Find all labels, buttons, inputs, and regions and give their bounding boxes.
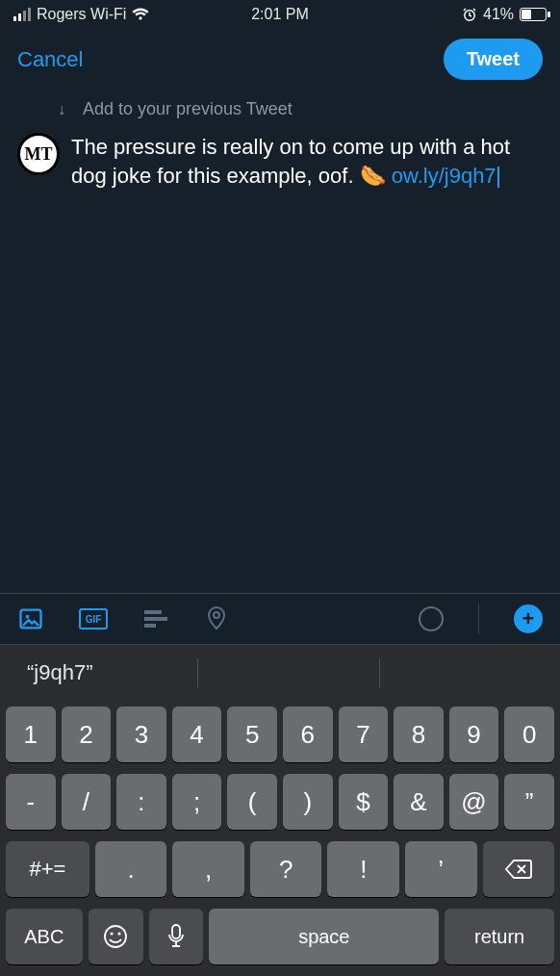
key-apostrophe[interactable]: ’ [405, 841, 477, 897]
key-period[interactable]: . [95, 841, 167, 897]
keyboard: “j9qh7” 1 2 3 4 5 6 7 8 9 0 - / : ; ( ) … [0, 645, 560, 976]
key-row-3: #+= . , ? ! ’ [0, 835, 560, 903]
key-exclaim[interactable]: ! [327, 841, 399, 897]
arrow-down-icon: ↓ [58, 101, 71, 118]
signal-icon [13, 8, 31, 21]
key-abc[interactable]: ABC [6, 909, 83, 964]
wifi-icon [132, 8, 149, 21]
key-at[interactable]: @ [449, 774, 499, 830]
suggestion-1[interactable]: “j9qh7” [0, 660, 197, 685]
key-7[interactable]: 7 [339, 706, 389, 762]
key-2[interactable]: 2 [62, 706, 112, 762]
svg-point-2 [26, 615, 30, 619]
svg-point-11 [117, 932, 120, 935]
key-8[interactable]: 8 [394, 706, 444, 762]
key-question[interactable]: ? [250, 841, 322, 897]
svg-rect-7 [144, 624, 156, 628]
key-dollar[interactable]: $ [339, 774, 389, 830]
key-slash[interactable]: / [62, 774, 112, 830]
key-emoji[interactable] [89, 909, 143, 964]
svg-text:GIF: GIF [86, 614, 102, 625]
svg-rect-12 [172, 925, 180, 938]
svg-point-9 [105, 926, 126, 947]
backspace-icon [504, 859, 533, 880]
key-symbols-shift[interactable]: #+= [6, 841, 89, 897]
tweet-text-input[interactable]: The pressure is really on to come up wit… [71, 133, 543, 190]
battery-pct: 41% [483, 6, 514, 23]
key-row-4: ABC space return [0, 903, 560, 970]
key-colon[interactable]: : [116, 774, 166, 830]
add-to-previous-label: Add to your previous Tweet [83, 99, 293, 119]
character-count-ring [419, 606, 444, 631]
emoji-icon [103, 924, 128, 949]
tweet-link: ow.ly/j9qh7 [392, 164, 496, 188]
avatar: MT [17, 133, 60, 175]
key-amp[interactable]: & [394, 774, 444, 830]
toolbar-divider [478, 604, 479, 634]
key-6[interactable]: 6 [283, 706, 333, 762]
key-backspace[interactable] [483, 841, 555, 897]
svg-rect-6 [144, 617, 167, 621]
compose-toolbar: GIF + [0, 593, 560, 645]
svg-point-8 [214, 612, 219, 618]
poll-icon[interactable] [142, 607, 169, 630]
hotdog-emoji: 🌭 [360, 164, 386, 188]
compose-nav: Cancel Tweet [0, 29, 560, 93]
key-9[interactable]: 9 [449, 706, 499, 762]
gif-icon[interactable]: GIF [79, 608, 108, 629]
key-0[interactable]: 0 [504, 706, 554, 762]
key-semicolon[interactable]: ; [172, 774, 222, 830]
key-quote[interactable]: ” [504, 774, 554, 830]
key-space[interactable]: space [209, 909, 439, 964]
key-row-1: 1 2 3 4 5 6 7 8 9 0 [0, 701, 560, 768]
add-to-previous-button[interactable]: ↓ Add to your previous Tweet [17, 93, 543, 133]
alarm-icon [462, 7, 477, 22]
key-dash[interactable]: - [6, 774, 56, 830]
text-cursor [497, 167, 499, 188]
key-lparen[interactable]: ( [227, 774, 277, 830]
tweet-button[interactable]: Tweet [444, 39, 543, 80]
key-4[interactable]: 4 [172, 706, 222, 762]
cancel-button[interactable]: Cancel [17, 47, 83, 72]
photo-icon[interactable] [17, 605, 44, 632]
svg-point-10 [110, 932, 113, 935]
key-5[interactable]: 5 [227, 706, 277, 762]
add-thread-button[interactable]: + [514, 604, 543, 633]
suggestion-bar: “j9qh7” [0, 645, 560, 701]
svg-rect-5 [144, 610, 162, 614]
microphone-icon [166, 923, 186, 950]
clock: 2:01 PM [191, 6, 369, 23]
key-1[interactable]: 1 [6, 706, 56, 762]
key-return[interactable]: return [445, 909, 554, 964]
key-row-2: - / : ; ( ) $ & @ ” [0, 768, 560, 835]
compose-area: ↓ Add to your previous Tweet MT The pres… [0, 93, 560, 190]
key-rparen[interactable]: ) [283, 774, 333, 830]
key-dictation[interactable] [149, 909, 204, 964]
key-3[interactable]: 3 [116, 706, 166, 762]
key-comma[interactable]: , [172, 841, 244, 897]
carrier-label: Rogers Wi-Fi [37, 6, 126, 23]
location-icon[interactable] [204, 605, 229, 632]
battery-icon [520, 8, 547, 21]
status-bar: Rogers Wi-Fi 2:01 PM 41% [0, 0, 560, 29]
